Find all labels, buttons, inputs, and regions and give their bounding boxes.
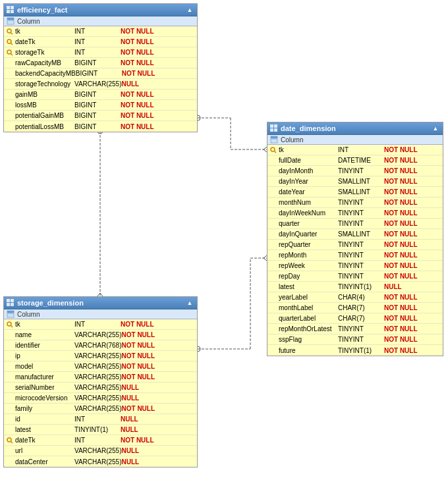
col-null: NOT NULL — [384, 199, 418, 206]
table-row: repMonth TINYINT NOT NULL — [267, 250, 443, 261]
col-type: BIGINT — [74, 101, 121, 109]
col-type: TINYINT — [338, 167, 384, 174]
col-type: BIGINT — [74, 59, 121, 67]
col-null: NOT NULL — [384, 252, 418, 259]
col-null: NULL — [122, 384, 140, 391]
table-row: dayInWeekNum TINYINT NOT NULL — [267, 208, 443, 219]
col-type: INT — [74, 49, 121, 56]
col-type: SMALLINT — [338, 230, 384, 238]
col-name: model — [15, 363, 74, 370]
table-row: rawCapacityMB BIGINT NOT NULL — [4, 58, 197, 68]
table-icon — [270, 124, 278, 132]
table-row: gainMB BIGINT NOT NULL — [4, 90, 197, 100]
svg-rect-29 — [274, 124, 277, 128]
col-name: rawCapacityMB — [15, 59, 74, 67]
col-null: NOT NULL — [384, 273, 418, 280]
col-null: NOT NULL — [384, 325, 418, 333]
table-row: quarter TINYINT NOT NULL — [267, 219, 443, 229]
table-row: manufacturer VARCHAR(255) NOT NULL — [4, 372, 197, 383]
col-null: NULL — [122, 447, 140, 454]
table-row: storageTk INT NOT NULL — [4, 47, 197, 58]
col-type: TINYINT — [338, 325, 384, 333]
col-type: SMALLINT — [338, 178, 384, 185]
table-row: future TINYINT(1) NOT NULL — [267, 345, 443, 356]
efficiency-fact-subheader-label: Column — [17, 18, 40, 25]
svg-rect-31 — [274, 128, 277, 132]
col-name: dateTk — [15, 38, 74, 45]
table-row: id INT NULL — [4, 414, 197, 425]
key-icon — [6, 321, 14, 329]
table-row: latest TINYINT(1) NULL — [267, 282, 443, 292]
table-row: dataCenter VARCHAR(255) NULL — [4, 456, 197, 467]
col-name: ip — [15, 352, 74, 360]
col-null: NOT NULL — [122, 363, 155, 370]
table-row: lossMB BIGINT NOT NULL — [4, 100, 197, 111]
col-null: NOT NULL — [384, 188, 418, 196]
column-icon — [7, 310, 14, 318]
col-null: NULL — [121, 426, 138, 433]
table-row: storageTechnology VARCHAR(255) NULL — [4, 79, 197, 90]
svg-rect-21 — [7, 20, 14, 24]
svg-line-27 — [11, 53, 13, 55]
table-row: tk INT NOT NULL — [267, 145, 443, 155]
col-name: dayInMonth — [279, 167, 338, 174]
svg-rect-28 — [270, 124, 273, 128]
table-row: fullDate DATETIME NOT NULL — [267, 155, 443, 166]
efficiency-fact-subheader: Column — [4, 16, 197, 26]
col-null: NOT NULL — [121, 101, 154, 109]
efficiency-fact-title: efficiency_fact — [17, 6, 67, 14]
table-row: family VARCHAR(255) NOT NULL — [4, 404, 197, 414]
col-type: TINYINT — [338, 199, 384, 206]
svg-rect-40 — [7, 311, 14, 313]
col-name: dayInWeekNum — [279, 209, 338, 217]
svg-rect-33 — [271, 139, 277, 143]
table-row: latest TINYINT(1) NULL — [4, 425, 197, 435]
storage-dimension-header[interactable]: storage_dimension ▲ — [4, 297, 197, 309]
col-type: INT — [74, 415, 121, 423]
col-name: monthLabel — [279, 304, 338, 311]
storage-dimension-subheader-label: Column — [17, 311, 40, 318]
key-icon — [6, 437, 14, 444]
col-type: SMALLINT — [338, 188, 384, 196]
col-type: CHAR(4) — [338, 294, 384, 301]
svg-line-25 — [11, 43, 13, 45]
scroll-up-arrow[interactable]: ▲ — [185, 298, 194, 307]
col-type: VARCHAR(255) — [74, 80, 122, 88]
col-type: TINYINT(1) — [338, 347, 384, 354]
svg-line-23 — [11, 32, 13, 34]
table-row: dayInYear SMALLINT NOT NULL — [267, 176, 443, 187]
svg-rect-39 — [11, 303, 14, 306]
scroll-up-arrow[interactable]: ▲ — [431, 124, 440, 133]
col-null: NOT NULL — [121, 112, 154, 119]
column-icon — [270, 136, 278, 144]
col-null: NOT NULL — [121, 437, 154, 444]
col-type: VARCHAR(255) — [74, 447, 122, 454]
col-null: NOT NULL — [122, 373, 155, 381]
table-row: potentialGainMB BIGINT NOT NULL — [4, 111, 197, 121]
col-type: BIGINT — [74, 91, 121, 98]
col-type: VARCHAR(255) — [74, 352, 122, 360]
date-dimension-header[interactable]: date_dimension ▲ — [267, 122, 443, 135]
scroll-up-arrow[interactable]: ▲ — [185, 5, 194, 14]
col-name: manufacturer — [15, 373, 74, 381]
svg-rect-16 — [7, 6, 10, 9]
svg-rect-17 — [11, 6, 14, 9]
col-name: family — [15, 405, 74, 412]
efficiency-fact-header[interactable]: efficiency_fact ▲ — [4, 4, 197, 16]
col-type: TINYINT(1) — [338, 283, 384, 290]
storage-dimension-table: storage_dimension ▲ Column — [3, 296, 198, 467]
col-null: NULL — [121, 415, 138, 423]
col-null: NOT NULL — [384, 241, 418, 248]
efficiency-fact-rows: tk INT NOT NULL dateTk INT NOT NULL — [4, 26, 197, 132]
svg-rect-37 — [11, 299, 14, 302]
svg-line-43 — [11, 325, 13, 327]
col-name: quarter — [279, 220, 338, 227]
date-dimension-rows: tk INT NOT NULL fullDate DATETIME NOT NU… — [267, 145, 443, 356]
col-null: NOT NULL — [384, 220, 418, 227]
svg-point-26 — [7, 50, 11, 54]
col-name: potentialLossMB — [15, 123, 74, 130]
col-type: VARCHAR(255) — [74, 384, 122, 391]
col-null: NOT NULL — [122, 70, 155, 77]
svg-point-44 — [7, 438, 11, 442]
table-row: yearLabel CHAR(4) NOT NULL — [267, 292, 443, 303]
